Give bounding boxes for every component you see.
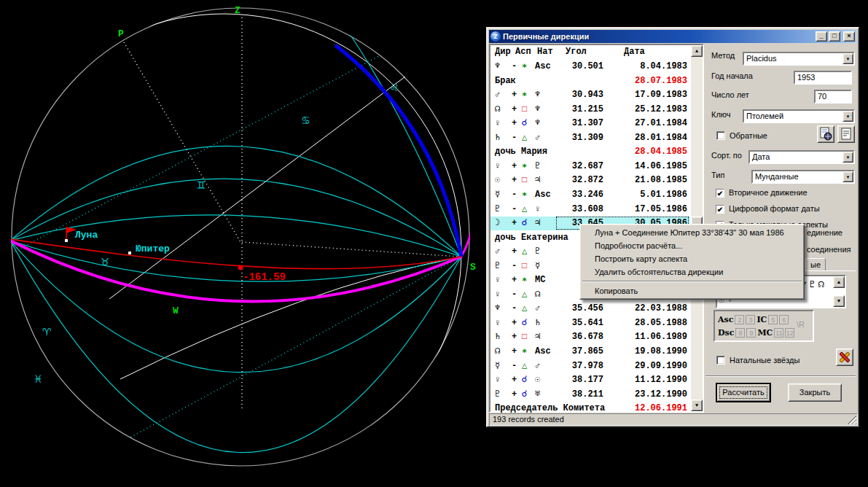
event-row[interactable]: дочь Мария28.04.1985 bbox=[490, 145, 690, 159]
chevron-down-icon[interactable]: ▼ bbox=[842, 53, 853, 64]
status-text: 193 records created bbox=[493, 415, 564, 424]
export-report-button[interactable] bbox=[817, 125, 834, 143]
event-row[interactable]: Брак28.07.1983 bbox=[490, 74, 690, 88]
natal-point-glyph: ♃ bbox=[535, 217, 540, 230]
aspect-sign: + bbox=[512, 330, 517, 344]
table-header: Дир Асп Нат Угол Дата bbox=[490, 45, 703, 59]
menu-item[interactable]: Луна + Соединение Юпитер 33°38'43" 30 ма… bbox=[582, 226, 802, 239]
start-year-field[interactable]: 1953 bbox=[794, 71, 852, 85]
event-name: дочь Екатерина bbox=[495, 231, 568, 245]
directed-planet-glyph: ♀ bbox=[495, 117, 500, 130]
house-8-toggle[interactable]: 8 bbox=[735, 328, 745, 338]
vr-label: \R bbox=[797, 320, 805, 329]
trine-icon: △ bbox=[522, 203, 527, 217]
direction-red-line bbox=[10, 239, 461, 269]
square-icon: □ bbox=[522, 260, 527, 273]
house-11-toggle[interactable]: 11 bbox=[774, 328, 783, 338]
planet-list-visible-glyphs: ♆♇☊ bbox=[801, 278, 826, 290]
natal-point-glyph: ♆ bbox=[535, 117, 540, 130]
key-combo[interactable]: Птолемей▼ bbox=[743, 109, 855, 123]
close-icon[interactable]: × bbox=[843, 31, 855, 42]
arc-angle: 37.865 bbox=[560, 345, 603, 359]
zodiac-sign-glyph: ♈ bbox=[42, 326, 52, 338]
table-row[interactable]: ♀+☌♆31.30727.01.1984 bbox=[490, 117, 690, 130]
planet-scroll-down-icon[interactable]: ▼ bbox=[833, 295, 845, 307]
ic-toggle[interactable]: IC bbox=[756, 315, 767, 324]
arc-value-label: -161.59 bbox=[243, 271, 286, 283]
report-button[interactable] bbox=[837, 125, 855, 143]
directed-planet-glyph: ☿ bbox=[495, 359, 500, 373]
type-combo[interactable]: Мунданные▼ bbox=[751, 170, 855, 184]
aspect-sign: - bbox=[512, 188, 517, 202]
resize-grip[interactable] bbox=[848, 416, 856, 424]
zodiac-sign-glyph: ♊ bbox=[197, 179, 206, 191]
table-row[interactable]: ♆-△♂35.45622.03.1988 bbox=[490, 302, 690, 316]
natal-stars-checkbox[interactable] bbox=[716, 356, 725, 365]
chevron-down-icon[interactable]: ▼ bbox=[842, 152, 853, 163]
arc-angle: 30.943 bbox=[560, 88, 603, 102]
calculate-button[interactable]: Рассчитать bbox=[716, 383, 770, 402]
table-row[interactable]: ♄+□♃36.67811.06.1989 bbox=[490, 330, 690, 344]
event-date: 28.07.1983 bbox=[607, 74, 687, 88]
jupiter-marker bbox=[128, 252, 131, 254]
table-row[interactable]: ☊+∗Asc37.86519.08.1990 bbox=[490, 345, 690, 359]
natal-point-glyph: ♄ bbox=[535, 316, 540, 330]
natal-point-glyph: ☿ bbox=[535, 260, 540, 273]
house-6-toggle[interactable]: 6 bbox=[779, 315, 789, 324]
house-12-toggle[interactable]: 12 bbox=[785, 328, 794, 338]
aspect-sign: + bbox=[512, 217, 517, 230]
table-row[interactable]: ♆-∗Asc30.5018.04.1983 bbox=[490, 60, 690, 74]
natal-point-glyph: ♅ bbox=[535, 388, 540, 402]
maximize-button[interactable]: □ bbox=[829, 31, 840, 42]
table-row[interactable]: ♀+☌♄35.64128.05.1988 bbox=[490, 316, 690, 330]
years-count-field[interactable]: 70 bbox=[814, 90, 852, 104]
menu-item[interactable]: Удалить обстоятельства дирекции bbox=[582, 265, 802, 278]
table-row[interactable]: ♂+∗♆30.94317.09.1983 bbox=[490, 88, 690, 102]
natal-point-glyph: ♇ bbox=[535, 160, 540, 174]
asc-toggle[interactable]: Asc bbox=[718, 315, 733, 324]
tab-fragment[interactable]: ые bbox=[805, 258, 826, 271]
menu-item[interactable]: Подробности расчёта... bbox=[582, 239, 802, 252]
scroll-down-icon[interactable]: ▼ bbox=[691, 400, 703, 411]
arc-angle: 35.641 bbox=[560, 316, 603, 330]
table-row[interactable]: ☿-∗Asc33.2465.01.1986 bbox=[490, 188, 690, 202]
table-row[interactable]: ♇-△♀33.60817.05.1986 bbox=[490, 203, 690, 217]
scroll-up-icon[interactable]: ▲ bbox=[691, 45, 703, 57]
option-checkbox-row[interactable]: ✔Вторичное движение bbox=[716, 187, 858, 203]
house-9-toggle[interactable]: 9 bbox=[746, 328, 756, 338]
trine-icon: △ bbox=[522, 288, 527, 302]
dsc-toggle[interactable]: Dsc bbox=[718, 328, 734, 338]
table-row[interactable]: ☉+□♃32.87221.08.1985 bbox=[490, 174, 690, 187]
table-row[interactable]: ♄-△♂31.30928.01.1984 bbox=[490, 131, 690, 145]
chevron-down-icon[interactable]: ▼ bbox=[842, 111, 853, 122]
houses-selector[interactable]: Asc23IC56 Dsc89MC1112 \R bbox=[713, 310, 814, 342]
table-row[interactable]: ☿-△♂37.97829.09.1990 bbox=[490, 359, 690, 373]
table-row[interactable]: ♇+☌♅38.21123.12.1990 bbox=[490, 388, 690, 402]
house-3-toggle[interactable]: 3 bbox=[746, 315, 755, 324]
context-menu: Луна + Соединение Юпитер 33°38'43" 30 ма… bbox=[579, 224, 805, 300]
house-5-toggle[interactable]: 5 bbox=[768, 315, 778, 324]
table-row[interactable]: ☊+□♆31.21525.12.1983 bbox=[490, 103, 690, 117]
table-row[interactable]: ♀+☌☉38.17711.12.1990 bbox=[490, 373, 690, 387]
checkbox-icon[interactable]: ✔ bbox=[716, 189, 724, 198]
close-button[interactable]: Закрыть bbox=[788, 383, 842, 402]
menu-item[interactable]: Построить карту аспекта bbox=[582, 252, 802, 265]
menu-item[interactable]: Копировать bbox=[582, 284, 802, 297]
planet-scroll-up-icon[interactable]: ▲ bbox=[833, 276, 845, 288]
square-icon: □ bbox=[522, 330, 527, 344]
minimize-button[interactable]: _ bbox=[816, 31, 827, 42]
aspect-sign: + bbox=[512, 388, 517, 402]
option-checkbox-row[interactable]: ✔Цифровой формат даты bbox=[716, 203, 858, 219]
chevron-down-icon[interactable]: ▼ bbox=[842, 171, 853, 182]
window-titlebar[interactable]: Z Первичные дирекции _ □ × bbox=[489, 30, 856, 43]
tools-button[interactable] bbox=[836, 348, 853, 366]
reverse-checkbox[interactable] bbox=[716, 131, 725, 140]
aspect-sign: - bbox=[512, 131, 517, 145]
house-2-toggle[interactable]: 2 bbox=[735, 315, 744, 324]
mc-toggle[interactable]: MC bbox=[757, 328, 773, 338]
sort-combo[interactable]: Дата▼ bbox=[748, 150, 855, 164]
checkbox-icon[interactable]: ✔ bbox=[716, 205, 724, 214]
method-combo[interactable]: Placidus▼ bbox=[743, 52, 855, 66]
table-row[interactable]: ♀+∗♇32.68714.06.1985 bbox=[490, 160, 690, 174]
directed-planet-glyph: ♀ bbox=[495, 316, 500, 330]
